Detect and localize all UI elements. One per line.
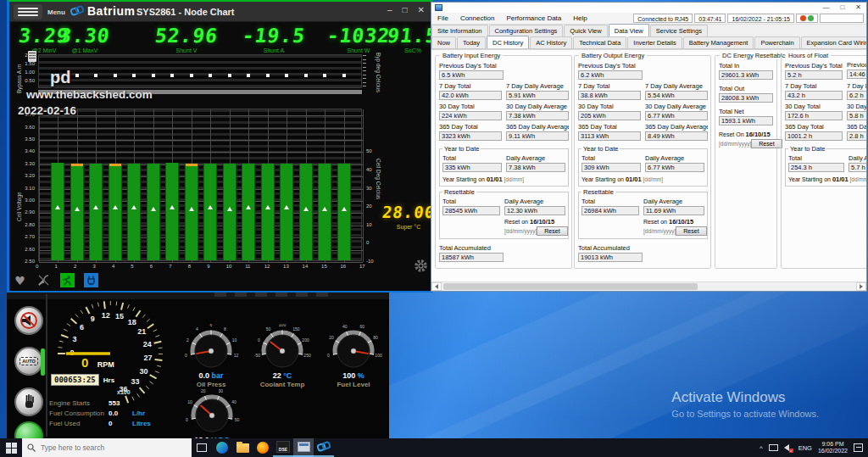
field-value[interactable]: 11.69 kWh [643, 206, 704, 215]
tray-expand-chevron[interactable]: ^ [760, 444, 763, 452]
minimize-button[interactable]: — [822, 3, 829, 11]
watchmon-titlebar[interactable]: — □ ✕ [431, 3, 866, 13]
field-value[interactable]: 335 kWh [442, 163, 502, 172]
tab-powerchain[interactable]: Powerchain [754, 36, 799, 48]
tab-site-information[interactable]: Site Information [431, 25, 488, 36]
reset-button[interactable]: Reset [751, 139, 782, 148]
field-value[interactable]: 3113 kWh [578, 131, 641, 141]
file-explorer-icon[interactable] [232, 438, 253, 457]
system-running-icon[interactable] [60, 273, 75, 287]
network-icon[interactable] [769, 444, 778, 451]
field-value[interactable]: 14:46 [847, 70, 866, 79]
field-value[interactable]: 2.8 h [847, 131, 866, 141]
menu-performance-data[interactable]: Performance Data [500, 13, 567, 24]
telemetry-antenna-icon[interactable] [36, 273, 51, 287]
menu-help[interactable]: Help [567, 13, 593, 24]
field-value[interactable]: 5.54 kWh [645, 91, 708, 100]
scroll-left-arrow[interactable] [431, 282, 442, 291]
field-value[interactable]: 205 kWh [578, 111, 641, 120]
tab-today[interactable]: Today [457, 36, 486, 48]
scroll-right-arrow[interactable] [856, 282, 866, 291]
language-indicator[interactable]: ENG [798, 444, 812, 452]
tab-now[interactable]: Now [431, 36, 456, 48]
scrollbar-thumb[interactable] [443, 283, 698, 290]
field-value[interactable]: 7.38 kWh [506, 163, 565, 172]
field-value[interactable]: 224 kWh [439, 111, 502, 120]
task-view-button[interactable] [192, 438, 212, 457]
tab-data-view[interactable]: Data View [609, 24, 649, 36]
tab-battery-management[interactable]: Battery Management [683, 36, 754, 48]
reset-on-line: Reset on 16/10/15 [504, 218, 565, 226]
dse-app-icon[interactable]: DSE [273, 438, 293, 457]
maximize-button[interactable]: □ [840, 3, 844, 11]
tab-configuration-settings[interactable]: Configuration Settings [489, 25, 564, 36]
field-value[interactable]: 1593.1 kWh [719, 116, 773, 125]
field-value[interactable]: 18587 kWh [439, 253, 504, 262]
field-value[interactable]: 6.2 kWh [578, 70, 643, 80]
volume-muted-icon[interactable]: x [784, 443, 793, 452]
action-center-icon[interactable] [854, 443, 863, 452]
tab-technical-data[interactable]: Technical Data [573, 36, 626, 48]
menu-connection[interactable]: Connection [454, 13, 500, 24]
taskbar-search[interactable] [22, 438, 192, 457]
settings-gear-icon[interactable] [414, 259, 428, 276]
field-value[interactable]: 5.8 h [847, 111, 866, 120]
field-value[interactable]: 29601.3 kWh [719, 70, 773, 80]
favourite-heart-icon[interactable]: ♥ [13, 273, 27, 287]
field-value[interactable]: 38.8 kWh [578, 91, 641, 100]
search-input[interactable] [41, 443, 176, 452]
field-value[interactable]: 7.38 kWh [506, 111, 569, 120]
field-value[interactable]: 6.2 h [847, 91, 866, 100]
firefox-icon[interactable] [253, 438, 273, 457]
close-button[interactable]: ✕ [855, 3, 861, 11]
field-value[interactable]: 43.2 h [785, 91, 843, 100]
field-value[interactable]: 5.2 h [785, 70, 843, 80]
field-value[interactable]: 12.30 kWh [504, 206, 565, 215]
field-value[interactable]: 28008.3 kWh [719, 93, 773, 103]
field-value[interactable]: 1001.2 h [785, 131, 843, 141]
tab-expansion-card-wiring-diagram[interactable]: Expansion Card Wiring Diagram [801, 36, 867, 48]
cell-bar-13 [280, 164, 293, 260]
field-value[interactable]: 5.7 h [849, 163, 866, 172]
reset-button[interactable]: Reset [537, 226, 567, 236]
field-value[interactable]: 6.5 kWh [439, 70, 504, 80]
tab-quick-view[interactable]: Quick View [564, 25, 607, 36]
field-value[interactable]: 28545 kWh [442, 206, 500, 215]
close-button[interactable]: ✕ [418, 5, 425, 14]
charger-plug-icon[interactable] [84, 273, 98, 287]
field-value[interactable]: 309 kWh [581, 163, 641, 172]
start-button[interactable] [0, 438, 22, 457]
horizontal-gridline [39, 115, 363, 116]
edge-browser-icon[interactable] [212, 438, 232, 457]
field-value[interactable]: 3323 kWh [439, 131, 502, 141]
maximize-button[interactable]: □ [403, 5, 408, 14]
tab-service-settings[interactable]: Service Settings [650, 25, 708, 36]
field-value[interactable]: 6.77 kWh [645, 111, 708, 120]
hamburger-menu-button[interactable] [14, 4, 42, 20]
field-value[interactable]: 172.6 h [785, 111, 843, 120]
tab-inverter-details[interactable]: Inverter Details [627, 36, 682, 48]
reset-label: Reset on [504, 219, 530, 225]
cell-ytick: 2.80 [16, 222, 35, 227]
horizontal-scrollbar[interactable] [431, 281, 866, 291]
field-value[interactable]: 19013 kWh [578, 253, 643, 262]
field-value[interactable]: 6.77 kWh [645, 163, 704, 172]
active-app-icon[interactable] [293, 438, 314, 457]
cell-ytick: 3.10 [16, 186, 35, 191]
reset-button[interactable]: Reset [676, 226, 706, 236]
tray-clock[interactable]: 9:06 PM 16/02/2022 [818, 441, 848, 454]
field-value[interactable]: 9.11 kWh [506, 131, 569, 141]
batrium-app-icon[interactable] [314, 438, 334, 457]
tab-dc-history[interactable]: DC History [487, 36, 529, 48]
field-value[interactable]: 5.91 kWh [506, 91, 569, 100]
tab-ac-history[interactable]: AC History [530, 36, 572, 48]
field-value[interactable]: 8.49 kWh [645, 131, 708, 141]
minimize-button[interactable]: – [387, 5, 392, 14]
field-value[interactable]: 42.0 kWh [439, 91, 502, 100]
menu-file[interactable]: File [431, 13, 454, 24]
batrium-titlebar[interactable]: Menu Batrium SYS2861 - Node Chart – □ ✕ [9, 2, 431, 22]
super-temp-display: 28.00 Super °C [382, 202, 433, 230]
field-value[interactable]: 26984 kWh [581, 206, 639, 215]
field-value[interactable]: 254.3 h [788, 163, 844, 172]
field-label: 7 Day D [847, 82, 866, 90]
